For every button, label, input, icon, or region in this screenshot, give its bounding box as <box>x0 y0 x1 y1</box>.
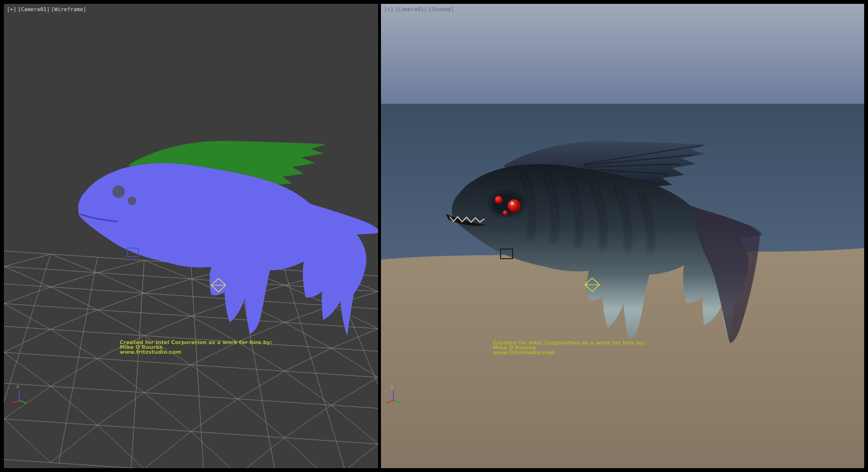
watermark-text: Created for Intel Corporation as a work … <box>493 341 646 355</box>
fish-eye-small <box>503 210 508 215</box>
viewport-canvas-left[interactable] <box>4 4 378 468</box>
axis-z-label: z <box>391 384 393 389</box>
viewport-shaded[interactable]: [+] [Camera01] [Shaded] Created for Inte… <box>381 4 864 468</box>
viewport-canvas-right[interactable] <box>381 4 864 468</box>
watermark-line-3: www.fritzstudio.com <box>493 350 646 355</box>
fish-eye-medium <box>495 196 502 204</box>
app-root: { "viewports": { "left": { "controls": {… <box>0 0 868 472</box>
watermark-line-3: www.fritzstudio.com <box>120 350 272 355</box>
watermark-text: Created for Intel Corporation as a work … <box>120 340 272 355</box>
world-axis-tripod: z <box>384 386 404 406</box>
viewport-pov-menu[interactable]: [Camera01] <box>18 6 50 13</box>
viewport-pov-menu[interactable]: [Camera01] <box>395 6 427 13</box>
world-axis-tripod: z <box>10 386 30 406</box>
viewport-shading-menu[interactable]: [Wireframe] <box>51 6 86 13</box>
viewport-menu-right: [+] [Camera01] [Shaded] <box>384 6 454 13</box>
viewport-general-menu[interactable]: [+] <box>384 6 393 13</box>
viewport-menu-left: [+] [Camera01] [Wireframe] <box>7 6 86 13</box>
viewport-shading-menu[interactable]: [Shaded] <box>428 6 454 13</box>
axis-tripod-icon <box>384 386 404 406</box>
viewport-general-menu[interactable]: [+] <box>7 6 16 13</box>
fish-eye-spot-small <box>128 196 136 205</box>
axis-z-label: z <box>16 384 19 389</box>
sky-background <box>381 4 864 104</box>
fish-eye-large <box>508 199 521 212</box>
axis-tripod-icon <box>10 386 30 406</box>
fish-eye-spot-large <box>112 185 125 198</box>
eye-highlight <box>511 202 514 205</box>
viewport-wireframe[interactable]: [+] [Camera01] [Wireframe] Created for I… <box>4 4 378 468</box>
